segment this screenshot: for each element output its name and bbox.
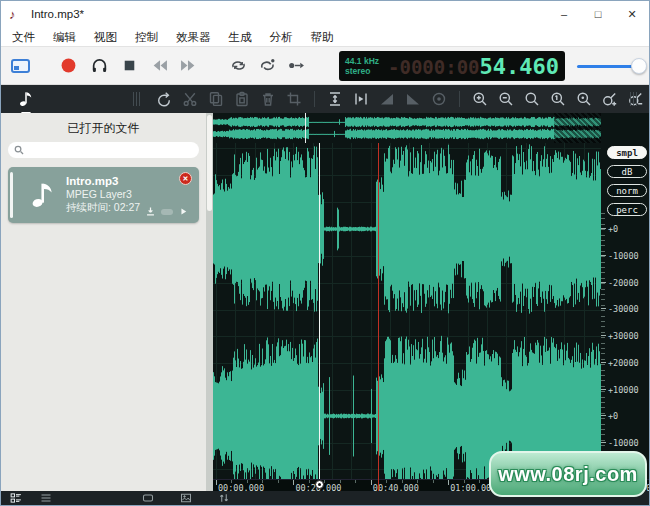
window-title: Intro.mp3*: [31, 8, 547, 20]
toolbar-grip[interactable]: [630, 92, 638, 106]
zoom-100-icon: [550, 91, 566, 107]
file-item-intro-mp3[interactable]: Intro.mp3 MPEG Layer3 持续时间: 02:27 ✕: [8, 167, 199, 223]
menu-item[interactable]: 控制: [126, 27, 167, 47]
volume-knob[interactable]: [631, 58, 647, 74]
monitor-button[interactable]: [86, 53, 112, 79]
zoom-100-button[interactable]: [550, 91, 567, 108]
ruler-minor-tick: [433, 480, 434, 483]
amplitude-label: +0: [608, 411, 618, 421]
details-view-icon: [10, 492, 22, 504]
copy-button: [208, 91, 225, 108]
fade-in-button: [379, 91, 396, 108]
paste-icon: [234, 91, 250, 107]
zoom-out-button[interactable]: [498, 91, 515, 108]
device-toolbar-toggle[interactable]: [7, 53, 33, 79]
play-file-icon[interactable]: [178, 206, 189, 217]
view-list-button[interactable]: [40, 492, 54, 504]
zoom-selection-icon: [524, 91, 540, 107]
zoom-in-icon: [472, 91, 488, 107]
edit-toolbar: [1, 85, 649, 113]
loop-target-button: [431, 91, 448, 108]
vzoom-in-button[interactable]: [602, 91, 619, 108]
play-to-end-icon: [288, 57, 305, 74]
fast-forward-icon: [180, 57, 197, 74]
list-view-icon: [40, 492, 52, 504]
selection-bar: [10, 172, 13, 218]
transport-toolbar: i 44.1 kHz stereo -0000:0054.460: [1, 47, 649, 85]
selection-cursor[interactable]: [319, 143, 320, 479]
menu-item[interactable]: 视图: [85, 27, 126, 47]
app-icon: ♪: [9, 8, 25, 21]
loop-button[interactable]: [225, 53, 251, 79]
selection-handle[interactable]: [315, 480, 324, 489]
amplitude-scale: +0-10000-20000-30000+30000+20000+10000+0…: [601, 113, 650, 479]
file-format: MPEG Layer3: [66, 188, 199, 200]
menu-item[interactable]: 文件: [3, 27, 44, 47]
menu-bar: 文件编辑视图控制效果器生成分析帮助: [1, 27, 649, 47]
toolbar-separator: [314, 91, 315, 107]
file-search[interactable]: [8, 142, 199, 158]
stop-button[interactable]: [116, 53, 142, 79]
view-details-button[interactable]: [10, 492, 24, 504]
play-to-end-button[interactable]: [283, 53, 309, 79]
thumbnail-button[interactable]: [180, 492, 194, 504]
close-button[interactable]: ✕: [615, 1, 649, 27]
scale-ticks: [601, 213, 605, 479]
zoom-all-button[interactable]: [576, 91, 593, 108]
fit-vertical-icon: [327, 91, 343, 107]
loop-icon: [230, 57, 247, 74]
zoom-in-button[interactable]: [472, 91, 489, 108]
overview-strip[interactable]: [213, 113, 601, 143]
delete-button: [260, 91, 277, 108]
undo-button[interactable]: [156, 91, 173, 108]
compact-card-button[interactable]: [142, 492, 156, 504]
vertical-scrollbar[interactable]: [206, 113, 213, 493]
scale-mode-buttons: smpldBnormperc: [607, 146, 647, 216]
volume-slider[interactable]: [577, 47, 647, 85]
rewind-button[interactable]: [146, 53, 172, 79]
sample-rate: 44.1 kHz: [345, 56, 388, 66]
stop-icon: [121, 57, 138, 74]
ruler-tick: [371, 480, 372, 485]
scale-dB-button[interactable]: dB: [607, 165, 647, 178]
zoom-all-icon: [576, 91, 592, 107]
app-window: ♪ Intro.mp3* – □ ✕ 文件编辑视图控制效果器生成分析帮助: [0, 0, 650, 506]
scrollbar-thumb[interactable]: [207, 115, 212, 211]
time-value: 54.460: [480, 54, 559, 79]
ruler-tick: [216, 480, 217, 485]
sort-button[interactable]: [218, 492, 232, 504]
ruler-tick: [448, 480, 449, 485]
document-tab[interactable]: [1, 85, 151, 113]
zoom-selection-button[interactable]: [524, 91, 541, 108]
scale-perc-button[interactable]: perc: [607, 203, 647, 216]
record-button[interactable]: [55, 53, 81, 79]
trim-icon: [286, 91, 302, 107]
menu-item[interactable]: 生成: [220, 27, 261, 47]
menu-item[interactable]: 帮助: [302, 27, 343, 47]
close-file-button[interactable]: ✕: [179, 172, 192, 185]
zoom-out-icon: [498, 91, 514, 107]
cut-button: [182, 91, 199, 108]
file-search-input[interactable]: [28, 143, 193, 157]
panel-grip[interactable]: [133, 92, 141, 106]
music-note-icon: [15, 89, 35, 109]
maximize-button[interactable]: □: [581, 1, 615, 27]
fast-forward-button[interactable]: [175, 53, 201, 79]
scale-norm-button[interactable]: norm: [607, 184, 647, 197]
fit-vertical-button[interactable]: [327, 91, 344, 108]
record-icon: [60, 57, 77, 74]
search-icon: [14, 145, 24, 155]
paste-button: [234, 91, 251, 108]
waveform-display[interactable]: [213, 143, 601, 479]
progress-pill: [161, 209, 173, 215]
minimize-button[interactable]: –: [547, 1, 581, 27]
scale-smpl-button[interactable]: smpl: [607, 146, 647, 159]
menu-item[interactable]: 编辑: [44, 27, 85, 47]
fade-out-icon: [405, 91, 421, 107]
menu-item[interactable]: 效果器: [167, 27, 220, 47]
undo-icon: [156, 91, 172, 107]
download-icon[interactable]: [145, 206, 156, 217]
play-selection-button[interactable]: [353, 91, 370, 108]
loop-marker-button[interactable]: [254, 53, 280, 79]
menu-item[interactable]: 分析: [261, 27, 302, 47]
